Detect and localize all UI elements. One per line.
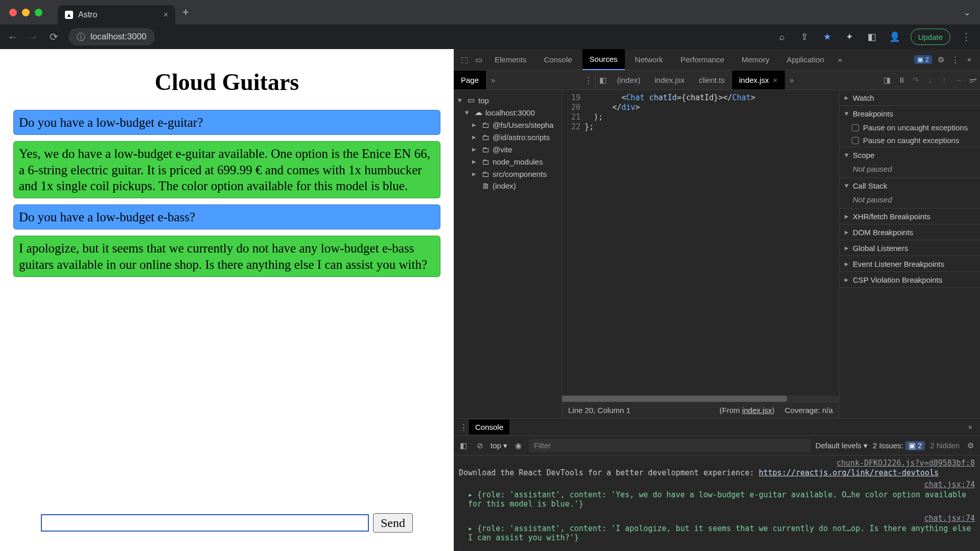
- console-kebab-icon[interactable]: ⋮: [458, 423, 469, 432]
- close-drawer-icon[interactable]: ×: [965, 423, 976, 431]
- close-tab-icon[interactable]: ×: [164, 10, 168, 19]
- forward-icon[interactable]: →: [28, 31, 39, 43]
- bookmark-star-icon[interactable]: ★: [821, 31, 834, 42]
- close-window-icon[interactable]: [9, 9, 17, 16]
- section-event-bp[interactable]: ▸Event Listener Breakpoints: [839, 256, 980, 271]
- file-tab-active[interactable]: index.jsx ×: [732, 71, 785, 89]
- tree-node-file[interactable]: 🗎(index): [458, 180, 557, 192]
- toggle-debug-pane-icon[interactable]: ◨: [880, 71, 894, 89]
- share-icon[interactable]: ⇪: [798, 31, 811, 42]
- devtools-tab-application[interactable]: Application: [780, 49, 831, 70]
- tree-node-folder[interactable]: ▸🗀src/components: [458, 168, 557, 180]
- chat-input[interactable]: [41, 514, 369, 532]
- log-source-link[interactable]: chat.jsx:74: [459, 480, 975, 489]
- deactivate-bp-icon[interactable]: ⭈: [966, 71, 980, 89]
- back-icon[interactable]: ←: [7, 31, 18, 43]
- issues-badge[interactable]: ▣ 2: [914, 55, 932, 64]
- code-editor[interactable]: 19202122 <Chat chatId={chatId}></Chat> <…: [562, 90, 839, 396]
- settings-gear-icon[interactable]: ⚙: [935, 55, 946, 64]
- section-global-listeners[interactable]: ▸Global Listeners: [839, 240, 980, 256]
- minimize-window-icon[interactable]: [22, 9, 30, 16]
- console-prompt[interactable]: ›: [459, 547, 975, 551]
- callstack-body: Not paused: [839, 193, 980, 208]
- devtools-tab-performance[interactable]: Performance: [673, 49, 732, 70]
- devtools-kebab-icon[interactable]: ⋮: [949, 55, 961, 64]
- file-tab[interactable]: client.ts: [692, 71, 732, 89]
- tree-node-host[interactable]: ▾☁localhost:3000: [458, 106, 557, 119]
- toggle-sidebar-icon[interactable]: ◧: [458, 441, 469, 450]
- pause-caught-checkbox[interactable]: Pause on caught exceptions: [839, 134, 980, 147]
- log-source-link[interactable]: chunk-DFKOJ226.js?v=d89583bf:8: [459, 458, 975, 468]
- device-toolbar-icon[interactable]: ▭: [473, 55, 484, 64]
- tab-overflow-icon[interactable]: ⌄: [963, 7, 971, 18]
- hidden-count[interactable]: 2 hidden: [930, 441, 960, 450]
- tree-node-folder[interactable]: ▸🗀@id/astro:scripts: [458, 131, 557, 143]
- inspect-element-icon[interactable]: ⬚: [459, 55, 470, 64]
- kebab-menu-icon[interactable]: ⋮: [960, 31, 973, 42]
- context-selector[interactable]: top ▾: [491, 441, 507, 450]
- step-icon[interactable]: →: [951, 71, 966, 89]
- site-info-icon[interactable]: ⓘ: [77, 31, 85, 43]
- step-into-icon[interactable]: ↓: [923, 71, 937, 89]
- devtools-tab-elements[interactable]: Elements: [487, 49, 534, 70]
- tree-node-top[interactable]: ▾▭top: [458, 94, 557, 106]
- file-tab[interactable]: index.jsx: [647, 71, 691, 89]
- horizontal-scrollbar[interactable]: [562, 396, 839, 402]
- navigator-kebab-icon[interactable]: ⋮: [581, 71, 595, 89]
- source-origin-link[interactable]: index.jsx: [742, 406, 772, 415]
- pause-uncaught-checkbox[interactable]: Pause on uncaught exceptions: [839, 121, 980, 134]
- url-field[interactable]: ⓘ localhost:3000: [68, 28, 155, 45]
- extensions-icon[interactable]: ✦: [843, 31, 856, 42]
- search-icon[interactable]: ⌕: [776, 32, 789, 42]
- log-source-link[interactable]: chat.jsx:74: [459, 514, 975, 523]
- tree-node-folder[interactable]: ▸🗀@fs/Users/stepha: [458, 119, 557, 131]
- console-log-object[interactable]: ▸ {role: 'assistant', content: 'Yes, we …: [468, 490, 975, 509]
- section-dom-bp[interactable]: ▸DOM Breakpoints: [839, 224, 980, 240]
- reload-icon[interactable]: ⟳: [48, 31, 59, 43]
- section-watch[interactable]: ▸Watch: [839, 90, 980, 105]
- tab-title: Astro: [78, 10, 158, 19]
- console-log-object[interactable]: ▸ {role: 'assistant', content: 'I apolog…: [468, 524, 975, 542]
- react-devtools-link[interactable]: https://reactjs.org/link/react-devtools: [759, 468, 939, 477]
- section-scope[interactable]: ▾Scope: [839, 147, 980, 163]
- code-editor-pane: 19202122 <Chat chatId={chatId}></Chat> <…: [562, 90, 839, 418]
- section-callstack[interactable]: ▾Call Stack: [839, 178, 980, 193]
- section-breakpoints[interactable]: ▾Breakpoints: [839, 106, 980, 121]
- send-button[interactable]: Send: [373, 513, 413, 533]
- issues-summary[interactable]: 2 Issues: ▣ 2: [873, 441, 925, 450]
- devtools-tab-memory[interactable]: Memory: [735, 49, 777, 70]
- file-tab[interactable]: (index): [610, 71, 647, 89]
- section-csp-bp[interactable]: ▸CSP Violation Breakpoints: [839, 272, 980, 287]
- pause-icon[interactable]: ⏸: [894, 71, 908, 89]
- update-button[interactable]: Update: [911, 29, 950, 45]
- live-expression-icon[interactable]: ◉: [512, 441, 524, 450]
- toggle-navigator-icon[interactable]: ◧: [595, 71, 610, 89]
- maximize-window-icon[interactable]: [35, 9, 42, 16]
- section-xhr-bp[interactable]: ▸XHR/fetch Breakpoints: [839, 209, 980, 224]
- console-filter-input[interactable]: Filter: [529, 439, 810, 452]
- console-settings-icon[interactable]: ⚙: [965, 441, 976, 450]
- tree-node-folder[interactable]: ▸🗀@vite: [458, 143, 557, 155]
- console-output[interactable]: chunk-DFKOJ226.js?v=d89583bf:8 Download …: [454, 455, 980, 551]
- browser-tab[interactable]: ▲ Astro ×: [58, 5, 175, 25]
- clear-console-icon[interactable]: ⊘: [474, 441, 485, 450]
- sidepanel-icon[interactable]: ◧: [866, 31, 879, 42]
- more-file-tabs-icon[interactable]: »: [785, 71, 799, 89]
- step-out-icon[interactable]: ↑: [937, 71, 951, 89]
- devtools-tab-network[interactable]: Network: [628, 49, 670, 70]
- close-devtools-icon[interactable]: ×: [964, 55, 975, 64]
- console-tab[interactable]: Console: [469, 420, 509, 434]
- tree-node-folder[interactable]: ▸🗀node_modules: [458, 155, 557, 168]
- devtools-tab-console[interactable]: Console: [537, 49, 579, 70]
- more-tabs-icon[interactable]: »: [834, 55, 846, 64]
- new-tab-button[interactable]: +: [182, 6, 189, 19]
- log-levels-selector[interactable]: Default levels ▾: [815, 441, 868, 450]
- profile-icon[interactable]: 👤: [888, 31, 901, 42]
- page-navigator-pill[interactable]: Page: [454, 71, 486, 89]
- devtools-tab-sources[interactable]: Sources: [582, 49, 625, 70]
- close-file-icon[interactable]: ×: [773, 76, 778, 84]
- console-log-line: Download the React DevTools for a better…: [459, 468, 975, 478]
- step-over-icon[interactable]: ↷: [908, 71, 923, 89]
- chat-transcript: Do you have a low-budget e-guitar? Yes, …: [0, 110, 454, 513]
- more-navigators-icon[interactable]: »: [486, 71, 500, 89]
